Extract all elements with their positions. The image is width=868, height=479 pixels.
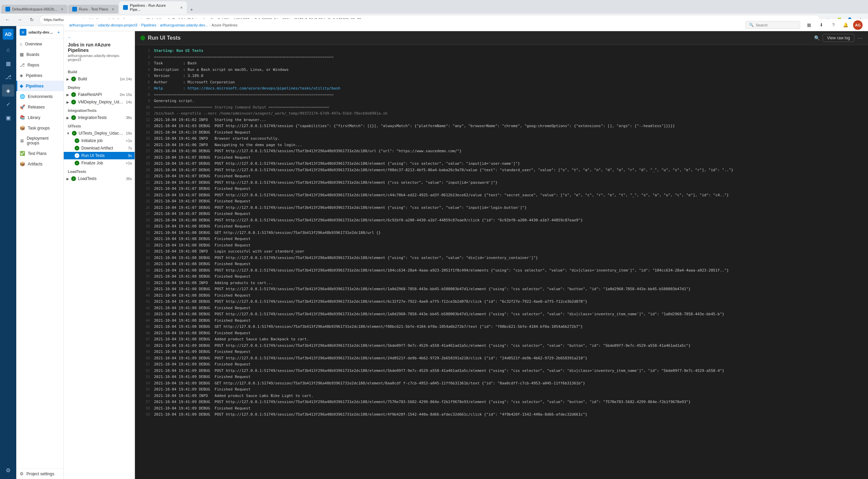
log-more-button[interactable]: ⋯ [857, 35, 863, 41]
breadcrumb-sep-2: / [139, 26, 140, 27]
overview-icon: ⌂ [20, 41, 22, 46]
sidebar-item-label-releases: Releases [28, 105, 45, 109]
sidebar-outer-repos[interactable]: ⎇ [2, 71, 14, 83]
sidebar-outer-testplans[interactable]: ✓ [2, 98, 14, 110]
job-item-integrationtests[interactable]: ▶ ✓ IntegrationTests 38s [64, 114, 135, 121]
sidebar-outer-boards[interactable]: ▦ [2, 57, 14, 69]
search-box[interactable]: 🔍 [745, 26, 800, 29]
breadcrumb-pipelines[interactable]: Pipelines [141, 26, 156, 27]
status-init: ✓ [75, 138, 79, 143]
org-initials: U [22, 31, 24, 34]
back-button[interactable]: ← [68, 35, 131, 39]
log-line: 8=======================================… [135, 92, 868, 98]
jobs-list: Build ▶ ✓ Build 1m 24s Deploy ▶ ✓ Fak [64, 64, 135, 479]
log-search-icon[interactable]: 🔍 [814, 35, 820, 41]
sidebar-outer-settings[interactable]: ⚙ [2, 464, 14, 476]
status-uitests: ✓ [72, 131, 77, 136]
releases-icon: 🚀 [20, 104, 25, 109]
sidebar-item-pipelines-sub[interactable]: ◈ Pipelines [16, 81, 63, 91]
boards-icon: ▦ [20, 52, 24, 57]
tab-close-pipelines[interactable]: ✕ [180, 6, 183, 9]
browser-tab-workspace[interactable]: DefaultWorkspace-0662b... ✕ [1, 5, 67, 14]
notifications-button[interactable]: 🔔 [841, 26, 850, 30]
tab-close-runs[interactable]: ✕ [112, 7, 114, 11]
log-line-text: 2021-10-04 19:41:09 INFO Added product S… [154, 393, 313, 399]
log-line-number: 26 [140, 205, 150, 210]
tab-close-workspace[interactable]: ✕ [61, 7, 63, 11]
user-avatar[interactable]: AG [853, 26, 863, 30]
log-line-text: 2021-10-04 19:41:19 DEBUG Finished Reque… [154, 130, 251, 136]
log-line: 7Help : https://docs.microsoft.com/azure… [135, 85, 868, 92]
sidebar-outer-home[interactable]: ⌂ [2, 44, 14, 56]
job-item-fakerestapi[interactable]: ▶ ✓ FakeRestAPI 2m 15s [64, 91, 135, 98]
sidebar-item-boards[interactable]: ▦ Boards [16, 49, 63, 60]
job-item-loadtests[interactable]: ▶ ✓ LoadTests 36s [64, 175, 135, 182]
log-line: 462021-10-04 19:41:08 DEBUG Finished Req… [135, 330, 868, 337]
view-raw-button[interactable]: View raw log [823, 34, 854, 42]
sidebar-item-repos[interactable]: ⎇ Repos [16, 60, 63, 70]
back-button[interactable]: ← [3, 15, 12, 24]
sidebar-item-pipelines[interactable]: ◈ Pipelines [16, 70, 63, 81]
log-line: 11/bin/bash --noprofile --norc /home/adm… [135, 111, 868, 117]
sidebar-outer-artifacts[interactable]: ▣ [2, 112, 14, 124]
sidebar-item-library[interactable]: 📚 Library [16, 112, 63, 123]
log-line-number: 25 [140, 199, 150, 204]
log-line-number: 15 [140, 136, 150, 141]
download-button[interactable]: ⬇ [816, 26, 826, 30]
new-tab-button[interactable]: + [188, 5, 196, 14]
job-item-vmdeploy[interactable]: ▶ ✓ VMDeploy_Deploy_UdacityDevops... 14s [64, 98, 135, 106]
status-vmdeploy: ✓ [71, 100, 76, 104]
sidebar-item-environments[interactable]: 🌐 Environments [16, 91, 63, 102]
log-line-number: 40 [140, 293, 150, 298]
breadcrumb-pipeline-name[interactable]: arthurcgusmao.udacity-dev... [160, 26, 208, 27]
job-sub-item-download[interactable]: ✓ Download Artifact 7s [64, 144, 135, 152]
breadcrumb-user[interactable]: arthurcgusmao [69, 26, 94, 27]
help-button[interactable]: ? [829, 26, 838, 30]
sidebar-item-deployment-groups[interactable]: 🖥 Deployment groups [16, 133, 63, 148]
sidebar-item-task-groups[interactable]: 📦 Task groups [16, 123, 63, 133]
log-line-number: 20 [140, 167, 150, 173]
log-line-text: Help : https://docs.microsoft.com/azure/… [154, 86, 340, 92]
log-line-text: 2021-10-04 19:41:07 DEBUG POST http://12… [154, 205, 527, 211]
job-sub-item-init[interactable]: ✓ Initialize job <1s [64, 137, 135, 144]
log-line-number: 35 [140, 261, 150, 266]
log-line-number: 17 [140, 148, 150, 154]
job-sub-item-run-ui[interactable]: ✓ Run UI Tests 9s [64, 152, 135, 159]
log-line: 522021-10-04 19:41:09 DEBUG POST http://… [135, 368, 868, 374]
log-line: 3Task : Bash [135, 60, 868, 67]
breadcrumb-project[interactable]: udacity-devops-project3 [98, 26, 137, 27]
search-input[interactable] [756, 26, 796, 27]
job-name-build: Build [78, 77, 118, 81]
job-sub-item-finalize[interactable]: ✓ Finalize Job <1s [64, 159, 135, 167]
sidebar-item-releases[interactable]: 🚀 Releases [16, 102, 63, 112]
tab-label-runs: Runs - Test Plans [79, 7, 108, 11]
expand-icon-fakerestapi: ▶ [66, 93, 69, 97]
sidebar-item-test-plans[interactable]: ✅ Test Plans [16, 148, 63, 159]
job-item-uitests[interactable]: ▼ ✓ UITests_Deploy_UdacityDevopsPro... 1… [64, 129, 135, 137]
log-line: 422021-10-04 19:41:08 DEBUG Finished Req… [135, 305, 868, 312]
log-line-number: 5 [140, 73, 150, 78]
grid-view-button[interactable]: ▦ [804, 26, 814, 30]
sidebar-item-artifacts[interactable]: 📦 Artifacts [16, 159, 63, 169]
search-icon: 🔍 [749, 26, 754, 27]
log-line-text: 2021-10-04 19:41:09 DEBUG POST http://12… [154, 412, 587, 418]
browser-tab-pipelines[interactable]: Pipelines - Run Azure Pipe... ✕ [119, 1, 187, 14]
sidebar-item-project-settings[interactable]: ⚙ Project settings [16, 468, 63, 479]
log-line-text: 2021-10-04 19:41:08 DEBUG Finished Reque… [154, 261, 251, 267]
log-line: 282021-10-04 19:41:08 DEBUG POST http://… [135, 217, 868, 224]
add-project-button[interactable]: + [57, 29, 60, 35]
log-line-number: 57 [140, 399, 150, 404]
sidebar-item-label-boards: Boards [26, 52, 39, 57]
expand-icon-integrationtests: ▶ [66, 116, 69, 120]
reload-button[interactable]: ↻ [27, 15, 37, 24]
job-name-run-ui: Run UI Tests [81, 153, 126, 158]
log-line-text: 2021-10-04 19:41:08 DEBUG Finished Reque… [154, 305, 251, 311]
job-item-build[interactable]: ▶ ✓ Build 1m 24s [64, 75, 135, 83]
sidebar-outer-pipelines[interactable]: ◈ [2, 84, 14, 97]
log-line: 372021-10-04 19:41:08 DEBUG Finished Req… [135, 274, 868, 280]
forward-button[interactable]: → [15, 15, 24, 24]
status-run-ui: ✓ [75, 153, 79, 158]
sidebar-item-overview[interactable]: ⌂ Overview [16, 39, 63, 49]
browser-tab-runs[interactable]: Runs - Test Plans ✕ [68, 5, 118, 14]
azure-devops-logo[interactable]: AD [3, 29, 14, 40]
